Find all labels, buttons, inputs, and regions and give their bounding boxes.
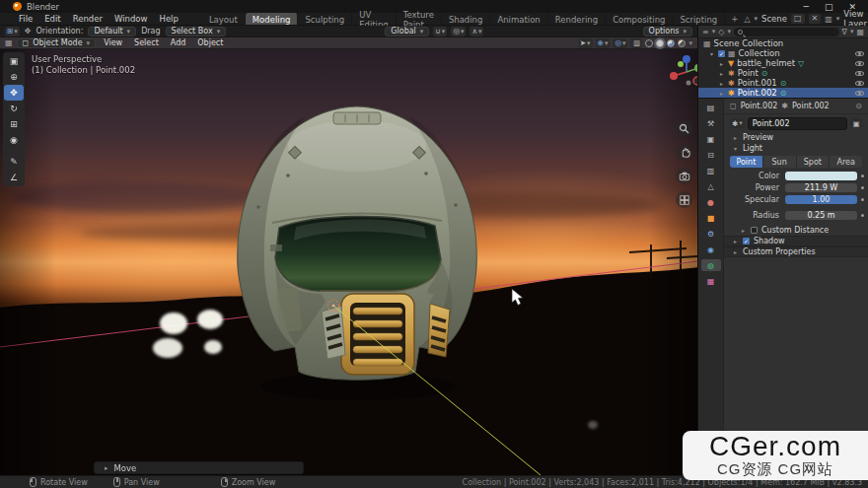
camera-view-button[interactable] [676,168,692,184]
data-name-field[interactable]: Point.002 [748,117,847,130]
toggle-xray-icon[interactable]: ▥ [630,38,642,48]
tool-scale[interactable]: ⊞ [4,116,24,132]
fake-user-button[interactable]: ▣ [850,118,862,128]
object-tab-icon[interactable]: ■ [701,212,721,224]
outliner-row-scene-collection[interactable]: ▦ Scene Collection [698,38,868,48]
section-custom-properties[interactable]: ▸ Custom Properties [724,246,868,257]
light-data-dropdown[interactable]: ✱▾ [730,118,745,128]
show-overlays-icon[interactable]: ◎▾ [613,38,627,48]
power-field[interactable]: 211.9 W [785,183,857,192]
expand-icon[interactable]: ▸ [105,464,108,472]
workspace-rendering[interactable]: Rendering [548,13,606,25]
menu-object[interactable]: Object [193,38,227,47]
tool-cursor[interactable]: ⊕ [4,69,24,85]
pin-icon[interactable]: ⊙ [855,102,862,110]
light-type-spot[interactable]: Spot [797,156,831,168]
options-dropdown[interactable]: Options▾ [643,27,692,36]
disclosure-icon[interactable]: ▸ [718,90,725,97]
light-type-area[interactable]: Area [830,156,862,168]
workspace-layout[interactable]: Layout [202,13,246,25]
menu-view[interactable]: View [100,38,126,47]
physics-tab-icon[interactable]: ◉ [701,244,721,255]
workspace-animation[interactable]: Animation [490,13,547,25]
keyframe-dot[interactable] [861,214,864,217]
workspace-shading[interactable]: Shading [442,13,491,25]
menu-render[interactable]: Render [67,14,108,24]
disclosure-icon[interactable]: ▸ [718,60,725,67]
object-data-tab-icon[interactable]: ◍ [701,259,721,271]
menu-help[interactable]: Help [153,14,183,24]
proportional-editing-icon[interactable]: ◎▾ [451,27,466,36]
outliner-row-collection[interactable]: ▾ ✓ ▦ Collection [698,48,868,58]
add-workspace-button[interactable]: + [725,13,744,25]
tool-tab-icon[interactable]: ⚒ [701,117,721,129]
breadcrumb-data[interactable]: Point.002 [792,102,830,110]
tool-move[interactable]: ✥ [4,85,24,101]
menu-add[interactable]: Add [167,38,190,47]
operator-panel-move[interactable]: ▸ Move [94,461,304,474]
delete-scene-button[interactable]: ✕ [809,14,822,24]
orientation-dropdown[interactable]: Default▾ [88,27,136,36]
keyframe-dot[interactable] [861,198,864,201]
editor-type-icon[interactable]: ▦ [5,38,13,47]
select-tool-dropdown[interactable]: Select Box▾ [166,27,227,36]
custom-distance-checkbox[interactable] [751,227,758,234]
visibility-eye-icon[interactable] [855,71,864,76]
menu-select[interactable]: Select [130,38,163,47]
outliner-row-point[interactable]: ▸ ✱ Point ⊙ [698,68,868,78]
funnel-filter-icon[interactable]: ∇ [842,28,847,36]
snap-magnet-icon[interactable]: ∪▾ [433,27,447,36]
shadow-checkbox[interactable]: ✓ [743,238,750,244]
workspace-scripting[interactable]: Scripting [673,13,725,25]
disclosure-icon[interactable]: ▾ [708,50,715,57]
radius-field[interactable]: 0.25 m [785,211,857,220]
scene-selector[interactable]: Scene [761,14,787,24]
texture-tab-icon[interactable]: ▦ [701,275,721,287]
world-tab-icon[interactable]: ● [701,196,721,208]
workspace-compositing[interactable]: Compositing [606,13,673,25]
workspace-uv-editing[interactable]: UV Editing [352,13,397,25]
visibility-eye-icon[interactable] [855,51,864,56]
shading-material-icon[interactable] [667,39,675,47]
menu-window[interactable]: Window [108,14,154,24]
specular-slider[interactable]: 1.00 [785,195,857,204]
zoom-view-button[interactable] [676,120,692,137]
section-light[interactable]: ▾ Light [724,143,868,154]
color-swatch[interactable] [785,172,857,180]
section-preview[interactable]: ▸ Preview [724,132,868,143]
new-collection-icon[interactable]: ▦ [856,28,864,36]
workspace-modeling[interactable]: Modeling [246,13,299,25]
render-tab-icon[interactable]: ▣ [701,133,721,145]
outliner-search[interactable] [734,28,839,36]
mode-dropdown[interactable]: ◻Object Mode▾ [17,38,97,48]
light-type-point[interactable]: Point [730,156,763,168]
visibility-eye-icon[interactable] [855,81,864,86]
tool-rotate[interactable]: ↻ [4,101,24,116]
disclosure-icon[interactable]: ▸ [718,70,725,77]
tool-annotate[interactable]: ✎ [4,154,24,170]
display-mode-icon[interactable]: ≡ [702,28,709,36]
menu-edit[interactable]: Edit [38,14,66,24]
workspace-sculpting[interactable]: Sculpting [298,13,352,25]
tool-measure[interactable]: ∠ [4,170,24,185]
scene-tab-icon[interactable]: △ [701,180,721,192]
view-layer-caret-icon[interactable]: ▾ [836,15,840,23]
outliner-row-battle-helmet[interactable]: ▸ ▼ battle_helmet ▽ [698,58,868,68]
filter-objects-icon[interactable]: ◇ [718,28,724,36]
section-custom-distance[interactable]: ▸ Custom Distance [724,225,868,236]
collection-checkbox[interactable]: ✓ [718,50,725,57]
visibility-eye-icon[interactable] [855,61,864,66]
light-type-sun[interactable]: Sun [763,156,797,168]
falloff-icon[interactable]: ∧▾ [470,27,483,36]
tool-select-box[interactable]: ▣ [4,53,24,69]
pan-view-button[interactable] [676,144,692,161]
section-shadow[interactable]: ▸ ✓ Shadow [724,236,868,246]
show-gizmo-icon[interactable]: ⊕▾ [596,38,611,48]
keyframe-dot[interactable] [861,186,864,189]
visibility-eye-icon[interactable] [855,91,864,96]
outliner-row-point-001[interactable]: ▸ ✱ Point.001 ⊙ [698,78,868,88]
shading-solid-icon[interactable] [656,39,664,47]
output-tab-icon[interactable]: ⊟ [701,149,721,161]
view-layer-tab-icon[interactable]: ▥ [701,165,721,176]
toggle-perspective-button[interactable] [676,191,692,208]
